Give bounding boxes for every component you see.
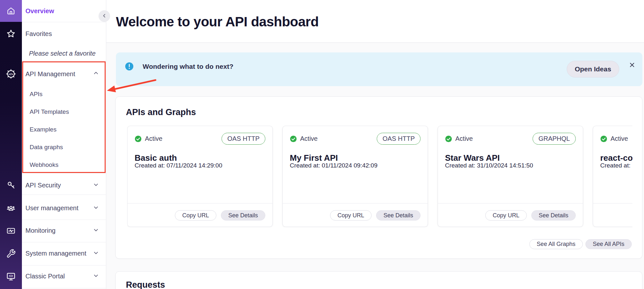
sidebar-item-label: User management	[25, 204, 79, 212]
close-icon[interactable]	[629, 61, 636, 68]
copy-url-button[interactable]: Copy URL	[330, 210, 372, 221]
sidebar-item-favorites[interactable]: Favorites	[22, 25, 106, 42]
sidebar-nav: Overview Favorites Please select a favor…	[22, 0, 106, 289]
sidebar-item-label: API Templates	[30, 108, 69, 115]
api-created-at: Created at: 01/11/2024 09:42:09	[290, 162, 377, 169]
svg-text:<>: <>	[9, 274, 13, 278]
key-icon	[6, 180, 16, 190]
sidebar-item-label: Monitoring	[25, 227, 55, 234]
status-badge: Active	[455, 135, 473, 142]
see-all-apis-button[interactable]: See All APIs	[585, 239, 632, 249]
svg-text:</>: </>	[9, 72, 14, 76]
rail-item-api-management[interactable]: </>	[0, 65, 22, 83]
sidebar-item-system-management[interactable]: System management	[22, 245, 106, 262]
sidebar-item-monitoring[interactable]: Monitoring	[22, 222, 106, 239]
rail-item-monitoring[interactable]	[0, 222, 22, 240]
check-circle-icon	[135, 135, 142, 142]
sidebar-item-label: Examples	[30, 126, 56, 133]
chevron-down-icon	[93, 227, 99, 235]
api-name: Star Wars API	[445, 153, 500, 163]
divider	[22, 288, 106, 288]
rail-item-classic-portal[interactable]: <>	[0, 267, 22, 285]
chevron-down-icon	[93, 249, 99, 257]
api-card-react-co: Active react-co Created at: Copy URL See…	[593, 126, 632, 227]
rail-item-system-management[interactable]	[0, 245, 22, 263]
status-badge: Active	[145, 135, 162, 142]
main-header: Welcome to your API dashboard	[106, 0, 644, 43]
copy-url-button[interactable]: Copy URL	[175, 210, 216, 221]
copy-url-button[interactable]: Copy URL	[485, 210, 527, 221]
home-icon	[6, 6, 16, 16]
info-banner: Wondering what to do next? Open Ideas	[116, 52, 642, 86]
sidebar-item-label: API Security	[25, 182, 61, 189]
rail-item-user-management[interactable]	[0, 199, 22, 217]
open-ideas-button[interactable]: Open Ideas	[567, 61, 619, 77]
api-created-at: Created at:	[600, 162, 630, 169]
api-created-at: Created at: 07/11/2024 14:29:00	[135, 162, 222, 169]
status-badge: Active	[611, 135, 628, 142]
sidebar-item-label: Data graphs	[30, 144, 63, 151]
api-type-badge: OAS HTTP	[377, 133, 421, 145]
rail-item-api-security[interactable]	[0, 176, 22, 194]
sidebar-item-label: APIs	[30, 91, 43, 98]
see-all-graphs-button[interactable]: See All Graphs	[529, 239, 583, 249]
sidebar-item-webhooks[interactable]: Webhooks	[22, 158, 106, 172]
rail-item-favorites[interactable]	[0, 25, 22, 43]
api-name: Basic auth	[135, 153, 177, 163]
api-type-badge: GRAPHQL	[533, 133, 576, 145]
sidebar-item-overview[interactable]: Overview	[22, 0, 106, 22]
portal-monitor-icon: <>	[5, 271, 16, 282]
see-details-button[interactable]: See Details	[531, 210, 576, 221]
chevron-down-icon	[93, 204, 99, 212]
sidebar-item-classic-portal[interactable]: Classic Portal	[22, 267, 106, 285]
apis-and-graphs-section: APIs and Graphs Active OAS HTTP Basic au…	[115, 96, 642, 259]
api-card-star-wars-api: Active GRAPHQL Star Wars API Created at:…	[438, 126, 583, 227]
icon-rail: </> <>	[0, 0, 22, 289]
chevron-left-icon	[101, 13, 107, 20]
divider	[22, 220, 106, 220]
info-icon	[125, 62, 134, 72]
check-circle-icon	[600, 135, 607, 142]
sidebar-item-label: Favorites	[25, 30, 52, 38]
api-type-badge: OAS HTTP	[222, 133, 265, 145]
chevron-up-icon	[93, 70, 99, 78]
divider	[22, 61, 106, 61]
sidebar-item-label: System management	[25, 250, 86, 257]
page-title: Welcome to your API dashboard	[116, 14, 319, 30]
api-gear-icon: </>	[5, 68, 16, 79]
sidebar-item-label: Webhooks	[30, 161, 58, 168]
sidebar-item-api-templates[interactable]: API Templates	[22, 105, 106, 119]
api-name: My First API	[290, 153, 338, 163]
check-circle-icon	[290, 135, 297, 142]
api-cards-row: Active OAS HTTP Basic auth Created at: 0…	[127, 126, 632, 227]
status-badge: Active	[300, 135, 317, 142]
api-cards-viewport: Active OAS HTTP Basic auth Created at: 0…	[127, 126, 632, 227]
sidebar-item-api-management[interactable]: API Management	[22, 65, 106, 83]
star-icon	[6, 29, 16, 39]
banner-message: Wondering what to do next?	[143, 62, 233, 70]
users-icon	[5, 203, 16, 214]
see-details-button[interactable]: See Details	[221, 210, 265, 221]
sidebar-item-user-management[interactable]: User management	[22, 199, 106, 217]
collapse-sidebar-button[interactable]	[99, 10, 110, 22]
sidebar-item-examples[interactable]: Examples	[22, 122, 106, 137]
favorites-placeholder: Please select a favorite	[22, 46, 106, 60]
chevron-down-icon	[93, 272, 99, 280]
sidebar-item-label: API Management	[25, 70, 75, 78]
sidebar-item-apis[interactable]: APIs	[22, 87, 106, 101]
sidebar-item-label: Overview	[25, 7, 54, 15]
section-title: APIs and Graphs	[126, 107, 196, 117]
sidebar-item-api-security[interactable]: API Security	[22, 176, 106, 194]
api-created-at: Created at: 31/10/2024 14:51:50	[445, 162, 533, 169]
divider	[22, 265, 106, 266]
divider	[22, 194, 106, 195]
check-circle-icon	[445, 135, 452, 142]
divider	[22, 173, 106, 173]
sidebar-item-data-graphs[interactable]: Data graphs	[22, 140, 106, 154]
section-title: Requests	[126, 280, 165, 289]
see-details-button[interactable]: See Details	[376, 210, 421, 221]
divider	[22, 242, 106, 242]
api-name: react-co	[600, 153, 632, 163]
rail-item-home[interactable]	[0, 0, 22, 22]
monitoring-icon	[6, 226, 16, 236]
